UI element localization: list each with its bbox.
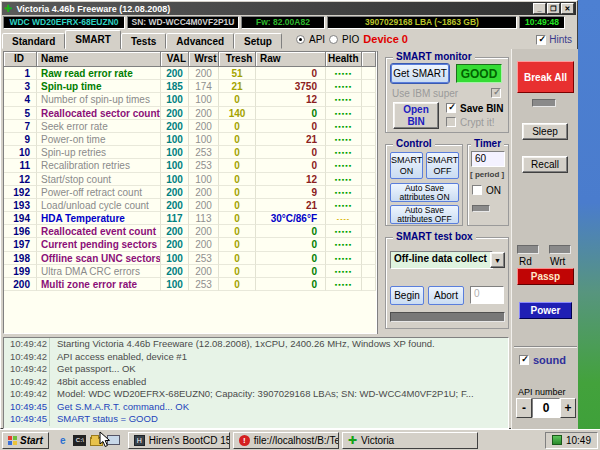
ie-icon[interactable]: e xyxy=(56,433,70,447)
col-id[interactable]: ID xyxy=(4,52,37,67)
minimize-button[interactable]: _ xyxy=(533,3,546,14)
smart-attributes-table[interactable]: ID Name VAL Wrst Tresh Raw Health 1Raw r… xyxy=(3,51,377,334)
smart-on-button[interactable]: SMART ON xyxy=(390,152,423,179)
table-row[interactable]: 197Current pending sectors20020000▪▪▪▪▪ xyxy=(4,238,376,251)
passp-button[interactable]: Passp xyxy=(517,268,574,285)
timer-period-input[interactable]: 60 xyxy=(471,151,505,167)
taskbar-button-victoria[interactable]: ✚ Victoria xyxy=(342,432,478,449)
break-all-button[interactable]: Break All xyxy=(517,61,574,93)
autosave-on-button[interactable]: Auto Save attributes ON xyxy=(390,183,459,202)
log-line: 10:49:42Starting Victoria 4.46b Freeware… xyxy=(4,338,508,351)
autosave-off-button[interactable]: Auto Save attributes OFF xyxy=(390,205,459,224)
col-name[interactable]: Name xyxy=(37,52,161,67)
tab-strip: Standard SMART Tests Advanced Setup API … xyxy=(2,30,576,49)
test-counter-field[interactable]: 0 xyxy=(470,286,504,304)
timer-led xyxy=(472,205,490,212)
cell-id: 200 xyxy=(4,278,37,291)
open-bin-button[interactable]: Open BIN xyxy=(393,102,439,129)
table-row[interactable]: 199Ultra DMA CRC errors20020000▪▪▪▪▪ xyxy=(4,265,376,278)
cell-val: 100 xyxy=(161,146,189,159)
device-indicator: Device 0 xyxy=(363,33,408,45)
table-row[interactable]: 196Reallocated event count20020000▪▪▪▪▪ xyxy=(4,225,376,238)
use-ibm-checkbox[interactable] xyxy=(491,88,501,98)
cell-val: 200 xyxy=(161,225,189,238)
cell-raw: 0 xyxy=(256,225,326,238)
col-val[interactable]: VAL xyxy=(161,52,189,67)
smart-monitor-group: SMART monitor Get SMART GOOD Use IBM sup… xyxy=(385,57,509,133)
crypt-label: Crypt it! xyxy=(460,117,494,128)
sleep-button[interactable]: Sleep xyxy=(522,123,568,140)
power-button[interactable]: Power xyxy=(519,302,572,319)
drive-capacity: 3907029168 LBA (~1863 GB) xyxy=(327,16,517,29)
hints-checkbox[interactable] xyxy=(536,35,546,45)
cell-name: Power-off retract count xyxy=(37,186,161,199)
crypt-checkbox[interactable] xyxy=(446,117,456,127)
table-row[interactable]: 192Power-off retract count20020009▪▪▪▪▪ xyxy=(4,186,376,199)
table-row[interactable]: 10Spin-up retries10025300▪▪▪▪▪ xyxy=(4,146,376,159)
table-row[interactable]: 9Power-on time100100021▪▪▪▪▪ xyxy=(4,133,376,146)
test-select[interactable]: Off-line data collect xyxy=(390,251,493,269)
title-bar[interactable]: ✚ Victoria 4.46b Freeware (12.08.2008) _… xyxy=(2,2,576,15)
table-row[interactable]: 198Offline scan UNC sectors10025300▪▪▪▪▪ xyxy=(4,252,376,265)
col-tresh[interactable]: Tresh xyxy=(219,52,256,67)
api-number-decrement-button[interactable]: - xyxy=(516,398,532,418)
timer-on-checkbox[interactable] xyxy=(472,185,482,195)
table-row[interactable]: 200Multi zone error rate10025300▪▪▪▪▪ xyxy=(4,278,376,291)
tab-advanced[interactable]: Advanced xyxy=(166,33,234,49)
drive-status-bar: WDC WD20EFRX-68EUZN0 SN: WD-WCC4M0VF2P1U… xyxy=(2,16,576,29)
cell-id: 5 xyxy=(4,107,37,120)
cell-tresh: 0 xyxy=(219,199,256,212)
table-row[interactable]: 3Spin-up time185174213750▪▪▪▪▪ xyxy=(4,80,376,93)
hirens-icon: H xyxy=(134,435,145,446)
table-row[interactable]: 5Reallocated sector count2002001400▪▪▪▪▪ xyxy=(4,107,376,120)
pio-radio[interactable] xyxy=(329,35,338,44)
col-health[interactable]: Health xyxy=(326,52,362,67)
table-row[interactable]: 11Recalibration retries10025300▪▪▪▪▪ xyxy=(4,159,376,172)
save-bin-checkbox[interactable] xyxy=(446,103,456,113)
cell-wrst: 253 xyxy=(189,252,219,265)
cell-health: ▪▪▪▪▪ xyxy=(326,93,362,106)
begin-button[interactable]: Begin xyxy=(390,286,424,305)
col-wrst[interactable]: Wrst xyxy=(189,52,219,67)
tray-icon[interactable] xyxy=(552,435,562,445)
rd-led xyxy=(517,245,539,254)
start-button[interactable]: Start xyxy=(2,432,49,449)
table-row[interactable]: 7Seek error rate20020000▪▪▪▪▪ xyxy=(4,120,376,133)
table-row[interactable]: 12Start/stop count100100012▪▪▪▪▪ xyxy=(4,173,376,186)
cell-tresh: 0 xyxy=(219,265,256,278)
cell-tresh: 0 xyxy=(219,238,256,251)
test-select-dropdown-button[interactable]: ▼ xyxy=(490,252,505,268)
cell-wrst: 200 xyxy=(189,186,219,199)
console-icon[interactable]: C:\ xyxy=(73,433,87,447)
log-message: Model: WDC WD20EFRX-68EUZN0; Capacity: 3… xyxy=(50,388,474,401)
error-icon: ! xyxy=(239,435,250,446)
col-raw[interactable]: Raw xyxy=(256,52,326,67)
tab-smart[interactable]: SMART xyxy=(65,30,121,49)
tab-standard[interactable]: Standard xyxy=(2,33,65,49)
tab-setup[interactable]: Setup xyxy=(234,33,282,49)
cell-wrst: 200 xyxy=(189,67,219,80)
abort-button[interactable]: Abort xyxy=(428,286,464,305)
cell-spare xyxy=(362,252,376,265)
get-smart-button[interactable]: Get SMART xyxy=(391,64,449,83)
close-button[interactable]: ✕ xyxy=(561,3,574,14)
smart-off-button[interactable]: SMART OFF xyxy=(426,152,459,179)
sound-checkbox[interactable] xyxy=(519,355,529,365)
taskbar-button-file[interactable]: ! file://localhost/B:/Temp/... xyxy=(233,432,339,449)
recall-button[interactable]: Recall xyxy=(522,156,568,173)
cell-name: Recalibration retries xyxy=(37,159,161,172)
api-number-increment-button[interactable]: + xyxy=(560,398,576,418)
api-radio[interactable] xyxy=(296,35,305,44)
cell-tresh: 21 xyxy=(219,80,256,93)
table-row[interactable]: 1Raw read error rate200200510▪▪▪▪▪ xyxy=(4,67,376,80)
tab-tests[interactable]: Tests xyxy=(121,33,166,49)
cell-health: ▪▪▪▪▪ xyxy=(326,107,362,120)
table-row[interactable]: 193Load/unload cycle count200200021▪▪▪▪▪ xyxy=(4,199,376,212)
cell-raw: 0 xyxy=(256,252,326,265)
table-row[interactable]: 4Number of spin-up times100100012▪▪▪▪▪ xyxy=(4,93,376,106)
table-row[interactable]: 194HDA Temperature117113030°C/86°F---- xyxy=(4,212,376,225)
cell-spare xyxy=(362,265,376,278)
restore-button[interactable]: ❐ xyxy=(547,3,560,14)
taskbar-button-hirens[interactable]: H Hiren's BootCD 15.2 - Pro... xyxy=(128,432,230,449)
log-panel[interactable]: 10:49:42Starting Victoria 4.46b Freeware… xyxy=(3,337,509,429)
